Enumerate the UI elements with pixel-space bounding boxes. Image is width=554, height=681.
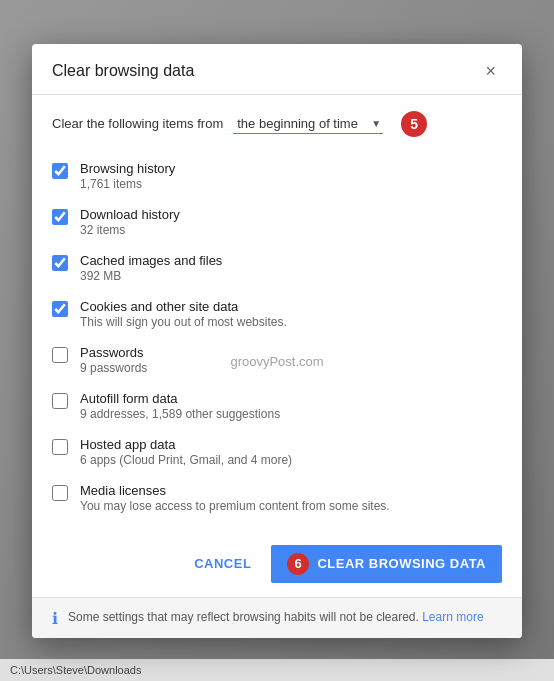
cached-images-label[interactable]: Cached images and files: [80, 253, 222, 268]
passwords-sub: 9 passwords: [80, 361, 147, 375]
cookies-text: Cookies and other site data This will si…: [80, 299, 287, 329]
autofill-sub: 9 addresses, 1,589 other suggestions: [80, 407, 280, 421]
browsing-history-sub: 1,761 items: [80, 177, 175, 191]
cookies-label[interactable]: Cookies and other site data: [80, 299, 287, 314]
passwords-checkbox[interactable]: [52, 347, 68, 363]
hosted-app-label[interactable]: Hosted app data: [80, 437, 292, 452]
status-bar-text: C:\Users\Steve\Downloads: [10, 664, 141, 676]
clear-browsing-data-button[interactable]: 6 CLEAR BROWSING DATA: [271, 545, 502, 583]
status-bar: C:\Users\Steve\Downloads: [0, 659, 554, 681]
checkbox-media-licenses: Media licenses You may lose access to pr…: [52, 475, 502, 521]
download-history-label[interactable]: Download history: [80, 207, 180, 222]
browsing-history-label[interactable]: Browsing history: [80, 161, 175, 176]
learn-more-link[interactable]: Learn more: [422, 610, 483, 624]
cookies-checkbox[interactable]: [52, 301, 68, 317]
cached-images-checkbox[interactable]: [52, 255, 68, 271]
media-licenses-checkbox[interactable]: [52, 485, 68, 501]
checkbox-list: Browsing history 1,761 items Download hi…: [52, 153, 502, 521]
step-6-badge: 6: [287, 553, 309, 575]
time-range-select[interactable]: the beginning of time the past hour the …: [233, 114, 383, 134]
time-range-select-wrap: the beginning of time the past hour the …: [233, 114, 383, 134]
media-licenses-text: Media licenses You may lose access to pr…: [80, 483, 390, 513]
hosted-app-checkbox[interactable]: [52, 439, 68, 455]
clear-button-label: CLEAR BROWSING DATA: [317, 556, 486, 571]
info-text: Some settings that may reflect browsing …: [68, 610, 419, 624]
time-range-row: Clear the following items from the begin…: [52, 111, 502, 137]
info-icon: ℹ: [52, 609, 58, 628]
autofill-text: Autofill form data 9 addresses, 1,589 ot…: [80, 391, 280, 421]
checkbox-cookies: Cookies and other site data This will si…: [52, 291, 502, 337]
cancel-button[interactable]: CANCEL: [184, 548, 261, 579]
autofill-label[interactable]: Autofill form data: [80, 391, 280, 406]
media-licenses-label[interactable]: Media licenses: [80, 483, 390, 498]
checkbox-cached-images: Cached images and files 392 MB: [52, 245, 502, 291]
close-button[interactable]: ×: [479, 60, 502, 82]
dialog-header: Clear browsing data ×: [32, 44, 522, 95]
dialog-info-bar: ℹ Some settings that may reflect browsin…: [32, 597, 522, 638]
dialog-footer: CANCEL 6 CLEAR BROWSING DATA: [32, 537, 522, 597]
hosted-app-sub: 6 apps (Cloud Print, Gmail, and 4 more): [80, 453, 292, 467]
cached-images-sub: 392 MB: [80, 269, 222, 283]
download-history-checkbox[interactable]: [52, 209, 68, 225]
browsing-history-text: Browsing history 1,761 items: [80, 161, 175, 191]
checkbox-hosted-app: Hosted app data 6 apps (Cloud Print, Gma…: [52, 429, 502, 475]
download-history-text: Download history 32 items: [80, 207, 180, 237]
autofill-checkbox[interactable]: [52, 393, 68, 409]
checkbox-autofill: Autofill form data 9 addresses, 1,589 ot…: [52, 383, 502, 429]
checkbox-passwords: Passwords 9 passwords: [52, 337, 502, 383]
browsing-history-checkbox[interactable]: [52, 163, 68, 179]
info-text-wrap: Some settings that may reflect browsing …: [68, 608, 484, 626]
time-range-label: Clear the following items from: [52, 116, 223, 131]
clear-browsing-data-dialog: Clear browsing data × Clear the followin…: [32, 44, 522, 638]
passwords-label[interactable]: Passwords: [80, 345, 147, 360]
download-history-sub: 32 items: [80, 223, 180, 237]
dialog-body: Clear the following items from the begin…: [32, 95, 522, 537]
hosted-app-text: Hosted app data 6 apps (Cloud Print, Gma…: [80, 437, 292, 467]
cached-images-text: Cached images and files 392 MB: [80, 253, 222, 283]
dialog-title: Clear browsing data: [52, 62, 194, 80]
passwords-text: Passwords 9 passwords: [80, 345, 147, 375]
step-5-badge: 5: [401, 111, 427, 137]
checkbox-browsing-history: Browsing history 1,761 items: [52, 153, 502, 199]
checkbox-download-history: Download history 32 items: [52, 199, 502, 245]
media-licenses-sub: You may lose access to premium content f…: [80, 499, 390, 513]
cookies-sub: This will sign you out of most websites.: [80, 315, 287, 329]
